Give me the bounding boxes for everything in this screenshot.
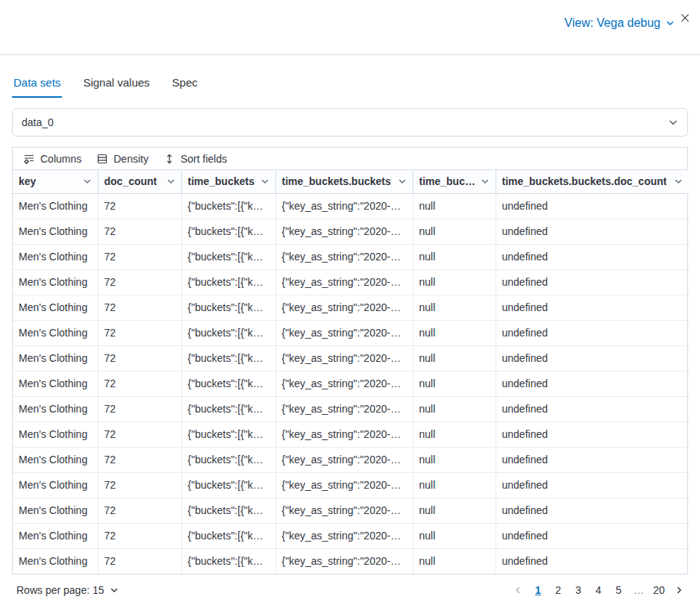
table-cell[interactable]: {"buckets":[{"k… <box>181 193 275 219</box>
table-cell[interactable]: 72 <box>98 447 181 472</box>
table-cell[interactable]: null <box>413 244 496 269</box>
table-cell[interactable]: {"key_as_string":"2020-… <box>275 219 413 244</box>
table-cell[interactable]: undefined <box>496 422 689 447</box>
table-cell[interactable]: null <box>413 320 496 345</box>
table-cell[interactable]: 72 <box>98 193 181 219</box>
table-cell[interactable]: 72 <box>98 219 181 244</box>
table-cell[interactable]: {"buckets":[{"k… <box>181 295 275 320</box>
table-cell[interactable]: undefined <box>496 269 689 295</box>
table-cell[interactable]: undefined <box>496 219 689 244</box>
table-cell[interactable]: null <box>413 193 496 219</box>
table-cell[interactable]: {"key_as_string":"2020-… <box>275 345 413 371</box>
table-cell[interactable]: 72 <box>98 269 181 295</box>
table-cell[interactable]: null <box>413 371 496 396</box>
pagination-next-icon[interactable] <box>670 581 688 599</box>
table-cell[interactable]: 72 <box>98 548 181 574</box>
table-cell[interactable]: undefined <box>496 193 689 219</box>
table-cell[interactable]: undefined <box>496 548 689 574</box>
table-cell[interactable]: 72 <box>98 371 181 396</box>
table-cell[interactable]: null <box>413 498 496 523</box>
pagination-page-2[interactable]: 2 <box>549 581 567 599</box>
table-cell[interactable]: 72 <box>98 422 181 447</box>
table-cell[interactable]: 72 <box>98 472 181 498</box>
table-cell[interactable]: undefined <box>496 472 689 498</box>
table-cell[interactable]: undefined <box>496 498 689 523</box>
table-cell[interactable]: 72 <box>98 320 181 345</box>
table-cell[interactable]: Men's Clothing <box>13 422 98 447</box>
table-cell[interactable]: 72 <box>98 295 181 320</box>
table-cell[interactable]: Men's Clothing <box>13 295 98 320</box>
table-cell[interactable]: null <box>413 548 496 574</box>
table-cell[interactable]: {"key_as_string":"2020-… <box>275 523 413 548</box>
table-cell[interactable]: {"buckets":[{"k… <box>181 548 275 574</box>
table-cell[interactable]: undefined <box>496 523 689 548</box>
column-header-time-buckets-buckets-doc-count[interactable]: time_buckets.buckets.doc_count <box>496 170 689 193</box>
table-cell[interactable]: {"key_as_string":"2020-… <box>275 548 413 574</box>
table-cell[interactable]: Men's Clothing <box>13 396 98 422</box>
column-header-key[interactable]: key <box>13 170 98 193</box>
tab-signal-values[interactable]: Signal values <box>81 76 151 98</box>
table-cell[interactable]: 72 <box>98 396 181 422</box>
table-cell[interactable]: {"buckets":[{"k… <box>181 523 275 548</box>
pagination-page-3[interactable]: 3 <box>569 581 587 599</box>
table-cell[interactable]: {"buckets":[{"k… <box>181 320 275 345</box>
table-cell[interactable]: Men's Clothing <box>13 269 98 295</box>
table-cell[interactable]: null <box>413 269 496 295</box>
table-cell[interactable]: undefined <box>496 295 689 320</box>
table-cell[interactable]: {"key_as_string":"2020-… <box>275 320 413 345</box>
table-cell[interactable]: {"buckets":[{"k… <box>181 447 275 472</box>
table-cell[interactable]: Men's Clothing <box>13 548 98 574</box>
table-cell[interactable]: Men's Clothing <box>13 345 98 371</box>
table-cell[interactable]: null <box>413 523 496 548</box>
table-cell[interactable]: Men's Clothing <box>13 472 98 498</box>
table-cell[interactable]: Men's Clothing <box>13 371 98 396</box>
table-cell[interactable]: 72 <box>98 345 181 371</box>
table-cell[interactable]: undefined <box>496 244 689 269</box>
table-cell[interactable]: {"key_as_string":"2020-… <box>275 295 413 320</box>
column-header-doc-count[interactable]: doc_count <box>98 170 181 193</box>
table-cell[interactable]: 72 <box>98 498 181 523</box>
close-icon[interactable] <box>676 9 694 27</box>
table-cell[interactable]: {"key_as_string":"2020-… <box>275 371 413 396</box>
dataset-select[interactable]: data_0 <box>12 108 688 137</box>
column-header-time-buckets[interactable]: time_buckets <box>181 170 275 193</box>
table-cell[interactable]: 72 <box>98 523 181 548</box>
table-cell[interactable]: {"key_as_string":"2020-… <box>275 269 413 295</box>
table-cell[interactable]: undefined <box>496 396 689 422</box>
tab-data-sets[interactable]: Data sets <box>12 76 62 98</box>
view-selector-button[interactable]: View: Vega debug <box>560 16 679 31</box>
table-cell[interactable]: Men's Clothing <box>13 320 98 345</box>
table-cell[interactable]: {"key_as_string":"2020-… <box>275 422 413 447</box>
pagination-page-4[interactable]: 4 <box>590 581 607 599</box>
pagination-page-5[interactable]: 5 <box>610 581 628 599</box>
table-cell[interactable]: Men's Clothing <box>13 447 98 472</box>
table-cell[interactable]: {"key_as_string":"2020-… <box>275 447 413 472</box>
table-cell[interactable]: {"buckets":[{"k… <box>181 345 275 371</box>
table-cell[interactable]: {"buckets":[{"k… <box>181 244 275 269</box>
table-cell[interactable]: {"key_as_string":"2020-… <box>275 244 413 269</box>
pagination-page-20[interactable]: 20 <box>650 581 668 599</box>
table-cell[interactable]: {"buckets":[{"k… <box>181 472 275 498</box>
table-cell[interactable]: {"buckets":[{"k… <box>181 269 275 295</box>
table-cell[interactable]: undefined <box>496 371 689 396</box>
table-cell[interactable]: {"key_as_string":"2020-… <box>275 472 413 498</box>
table-cell[interactable]: {"key_as_string":"2020-… <box>275 498 413 523</box>
columns-button[interactable]: Columns <box>19 151 86 166</box>
table-cell[interactable]: undefined <box>496 447 689 472</box>
table-cell[interactable]: null <box>413 295 496 320</box>
table-cell[interactable]: null <box>413 447 496 472</box>
table-cell[interactable]: {"key_as_string":"2020-… <box>275 193 413 219</box>
table-cell[interactable]: Men's Clothing <box>13 193 98 219</box>
table-cell[interactable]: undefined <box>496 320 689 345</box>
table-cell[interactable]: null <box>413 422 496 447</box>
table-cell[interactable]: {"buckets":[{"k… <box>181 371 275 396</box>
table-cell[interactable]: null <box>413 345 496 371</box>
table-cell[interactable]: null <box>413 396 496 422</box>
table-cell[interactable]: Men's Clothing <box>13 498 98 523</box>
table-cell[interactable]: {"buckets":[{"k… <box>181 219 275 244</box>
table-cell[interactable]: 72 <box>98 244 181 269</box>
table-cell[interactable]: null <box>413 472 496 498</box>
pagination-page-1[interactable]: 1 <box>529 581 547 599</box>
rows-per-page-button[interactable]: Rows per page: 15 <box>12 583 123 597</box>
table-cell[interactable]: Men's Clothing <box>13 523 98 548</box>
